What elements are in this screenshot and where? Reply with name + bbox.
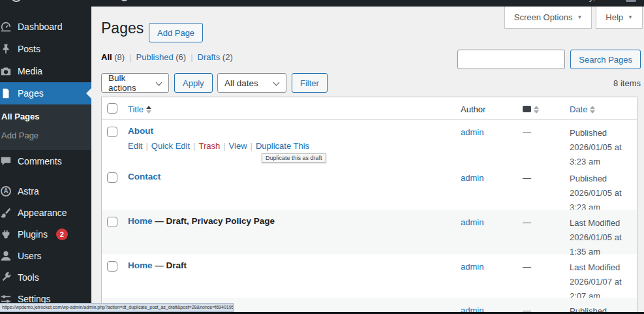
apply-button[interactable]: Apply — [174, 73, 213, 93]
dashboard-icon — [0, 21, 12, 33]
howdy-admin-menu[interactable]: Howdy, admin — [568, 0, 621, 2]
filter-all-link[interactable]: All — [101, 52, 112, 62]
screen-options-tab[interactable]: Screen Options ▼ — [504, 7, 592, 29]
sidebar-item-posts[interactable]: Posts — [0, 38, 91, 60]
sidebar-item-users[interactable]: Users — [0, 245, 91, 266]
sidebar-separator — [0, 172, 91, 180]
author-link[interactable]: admin — [461, 217, 483, 227]
sidebar-item-label: Media — [18, 66, 42, 76]
chevron-down-icon — [156, 80, 162, 86]
row-checkbox[interactable] — [107, 127, 117, 137]
screen-options-label: Screen Options — [514, 12, 573, 22]
pages-submenu: All Pages Add Page — [0, 104, 91, 150]
camera-icon — [0, 65, 12, 77]
separator: | — [186, 52, 197, 62]
page-title-link[interactable]: Home — [128, 260, 153, 270]
filter-published-count: (6) — [176, 52, 186, 62]
paintbrush-icon — [0, 207, 12, 219]
comments-menu[interactable]: 0 — [142, 0, 171, 7]
sidebar-item-label: Pages — [18, 88, 44, 99]
sort-by-comments-header[interactable] — [523, 106, 531, 112]
search-input[interactable] — [457, 50, 565, 69]
comments-value: — — [523, 262, 531, 272]
browser-status-url: https://wpdemo.jetrocket.com/wp-admin/ad… — [0, 303, 234, 312]
row-checkbox[interactable] — [107, 172, 117, 183]
date-filter-select[interactable]: All dates — [217, 73, 286, 93]
trash-link[interactable]: Trash — [198, 141, 220, 151]
page-title-link[interactable]: Home — [128, 216, 153, 226]
filter-drafts-link[interactable]: Drafts — [198, 52, 221, 62]
sidebar-item-dashboard[interactable]: Dashboard — [0, 16, 91, 38]
sidebar-item-pages[interactable]: Pages — [0, 82, 91, 104]
edit-link[interactable]: Edit — [128, 141, 142, 151]
sort-by-date-header[interactable]: Date — [570, 104, 587, 114]
bulk-actions-value: Bulk actions — [108, 73, 149, 93]
date-cell: Published2026/01/05 at3:23 am — [570, 126, 635, 169]
items-count: 8 items — [613, 78, 641, 88]
new-content-menu[interactable]: + New — [172, 0, 207, 7]
author-link[interactable]: admin — [461, 173, 483, 183]
sidebar-item-label: Tools — [18, 272, 39, 283]
screen-meta-tabs: Screen Options ▼ Help ▼ — [504, 7, 643, 29]
comments-value: — — [523, 217, 531, 227]
sidebar-item-astra[interactable]: A Astra — [0, 180, 91, 202]
author-link[interactable]: admin — [461, 127, 483, 137]
search-pages-button[interactable]: Search Pages — [570, 50, 641, 69]
table-nav: Bulk actions Apply All dates Filter 8 it… — [101, 73, 641, 93]
help-label: Help — [606, 12, 623, 22]
updates-menu[interactable]: 2 — [114, 0, 142, 7]
separator: | — [220, 141, 228, 151]
sidebar-item-label: Dashboard — [18, 22, 63, 32]
sidebar-item-appearance[interactable]: Appearance — [0, 202, 91, 223]
page-title-link[interactable]: About — [128, 126, 153, 136]
filter-published-link[interactable]: Published — [136, 52, 174, 62]
sidebar-item-add-page[interactable]: Add Page — [0, 126, 91, 145]
sort-arrows-icon — [534, 106, 539, 114]
sidebar-item-label: Posts — [18, 44, 40, 54]
filter-all-count: (8) — [114, 52, 125, 62]
site-name-label: WordPress Demo — [42, 0, 108, 2]
new-content-label: + New — [177, 0, 202, 2]
quick-edit-link[interactable]: Quick Edit — [151, 141, 190, 151]
chevron-down-icon: ▼ — [577, 14, 582, 20]
sort-by-title-header[interactable]: Title — [128, 104, 144, 114]
select-all-checkbox[interactable] — [107, 103, 117, 114]
astra-icon: A — [0, 185, 12, 197]
filter-drafts-count: (2) — [222, 52, 233, 62]
sidebar-item-label: Astra — [18, 186, 39, 196]
separator: | — [125, 52, 136, 62]
home-icon: ⌂ — [33, 0, 38, 2]
duplicate-this-link[interactable]: Duplicate This — [256, 141, 309, 151]
comments-count: 0 — [161, 0, 165, 2]
main-content: Screen Options ▼ Help ▼ Pages Add Page A… — [91, 7, 644, 314]
submenu-item-label: All Pages — [1, 112, 40, 121]
date-cell: Published2026/01/05 at3:23 am — [570, 172, 635, 215]
row-checkbox[interactable] — [107, 217, 117, 227]
sidebar-item-comments[interactable]: Comments — [0, 150, 91, 172]
wordpress-logo-menu[interactable]: W — [5, 0, 27, 7]
view-filter-links: All (8)|Published (6)|Drafts (2) — [101, 52, 233, 62]
sidebar-item-all-pages[interactable]: All Pages — [0, 107, 91, 126]
sort-arrows-icon — [590, 106, 595, 114]
updates-icon — [120, 0, 129, 1]
page-state-label: — Draft, Privacy Policy Page — [153, 216, 275, 226]
bulk-actions-select[interactable]: Bulk actions — [101, 73, 169, 93]
row-checkbox[interactable] — [107, 261, 117, 272]
sidebar-item-label: Plugins — [18, 229, 48, 240]
sidebar-item-plugins[interactable]: Plugins 2 — [0, 223, 91, 245]
table-row-contact: Contact admin — Published2026/01/05 at3:… — [102, 165, 637, 210]
filter-button[interactable]: Filter — [292, 73, 328, 93]
sidebar-item-media[interactable]: Media — [0, 60, 91, 82]
avatar — [626, 0, 636, 2]
page-title-link[interactable]: Contact — [128, 172, 161, 181]
page-title: Pages — [101, 20, 144, 37]
author-link[interactable]: admin — [461, 262, 483, 272]
plugin-icon — [0, 228, 12, 240]
wordpress-admin-pages-screen: W ⌂ WordPress Demo 2 0 + New Howdy, admi… — [0, 0, 644, 314]
add-page-button[interactable]: Add Page — [149, 23, 203, 42]
pages-list-table: Title Author Date About Edit|Quic — [101, 97, 637, 314]
sidebar-item-tools[interactable]: Tools — [0, 266, 91, 288]
view-link[interactable]: View — [229, 141, 247, 151]
site-name-menu[interactable]: ⌂ WordPress Demo — [27, 0, 114, 7]
help-tab[interactable]: Help ▼ — [596, 7, 643, 29]
